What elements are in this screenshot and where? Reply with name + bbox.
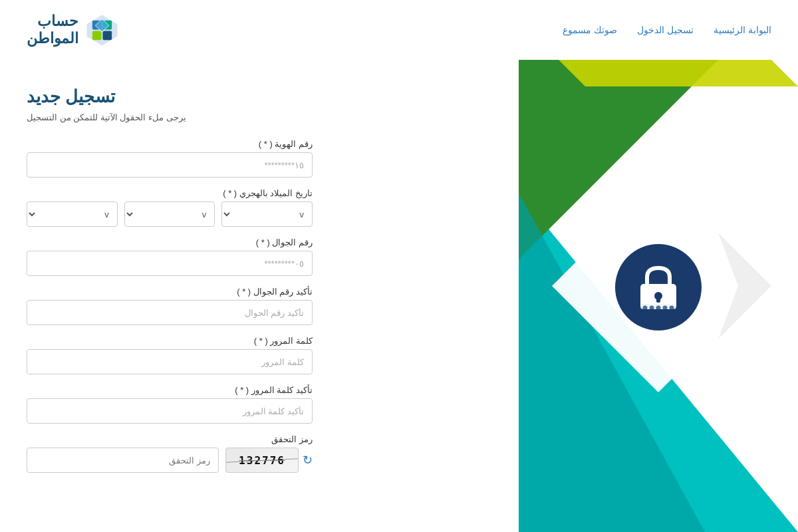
svg-rect-21 (640, 304, 676, 309)
confirm-password-group: تأكيد كلمة المرور ( * ) (27, 385, 313, 424)
svg-rect-15 (656, 297, 660, 303)
date-row: v v v (27, 201, 313, 227)
logo-text: حساب المواطن (27, 13, 78, 48)
captcha-image: 132776 (225, 448, 299, 473)
confirm-phone-label: تأكيد رقم الجوال ( * ) (27, 287, 313, 297)
phone-group: رقم الجوال ( * ) (27, 237, 313, 276)
captcha-input[interactable] (27, 448, 219, 473)
dob-month-select[interactable]: v (124, 201, 215, 227)
nav-register[interactable]: تسجيل الدخول (637, 25, 694, 35)
header-nav: البوابة الرئيسية تسجيل الدخول صوتك مسموع (563, 25, 771, 35)
captcha-value: 132776 (239, 454, 285, 467)
header: البوابة الرئيسية تسجيل الدخول صوتك مسموع… (0, 0, 798, 60)
form-area: تسجيل جديد يرجى ملء الحقول الآتية للتمكن… (0, 60, 519, 532)
dob-label: تاريخ الميلاد بالهجري ( * ) (27, 188, 313, 198)
main-content: تسجيل جديد يرجى ملء الحقول الآتية للتمكن… (0, 60, 798, 532)
id-group: رقم الهوية ( * ) (27, 139, 313, 178)
id-label: رقم الهوية ( * ) (27, 139, 313, 149)
lock-icon (615, 244, 702, 331)
captcha-box: ↻ 132776 (225, 448, 313, 473)
logo-icon (84, 12, 120, 49)
id-input[interactable] (27, 152, 313, 178)
page-title: تسجيل جديد (27, 86, 115, 107)
password-group: كلمة المرور ( * ) (27, 336, 313, 374)
dob-day-select[interactable]: v (221, 201, 313, 227)
password-input[interactable] (27, 349, 313, 374)
confirm-password-input[interactable] (27, 398, 313, 424)
dob-year-select[interactable]: v (27, 201, 118, 227)
confirm-password-label: تأكيد كلمة المرور ( * ) (27, 385, 313, 395)
nav-voice[interactable]: صوتك مسموع (563, 25, 617, 35)
captcha-refresh-button[interactable]: ↻ (303, 453, 313, 467)
confirm-phone-input[interactable] (27, 300, 313, 325)
svg-marker-10 (559, 60, 798, 86)
password-label: كلمة المرور ( * ) (27, 336, 313, 346)
nav-home[interactable]: البوابة الرئيسية (714, 25, 771, 35)
phone-label: رقم الجوال ( * ) (27, 237, 313, 247)
form-subtitle: يرجى ملء الحقول الآتية للتمكن من التسجيل (27, 112, 186, 122)
captcha-label: رمز التحقق (27, 434, 313, 444)
svg-rect-4 (102, 31, 112, 40)
decorative-panel (519, 60, 798, 532)
captcha-group: رمز التحقق ↻ 132776 (27, 434, 313, 473)
logo: حساب المواطن (27, 12, 120, 49)
captcha-row: ↻ 132776 (27, 448, 313, 473)
svg-rect-3 (92, 31, 102, 40)
dob-group: تاريخ الميلاد بالهجري ( * ) v v v (27, 188, 313, 227)
phone-input[interactable] (27, 251, 313, 276)
confirm-phone-group: تأكيد رقم الجوال ( * ) (27, 287, 313, 325)
